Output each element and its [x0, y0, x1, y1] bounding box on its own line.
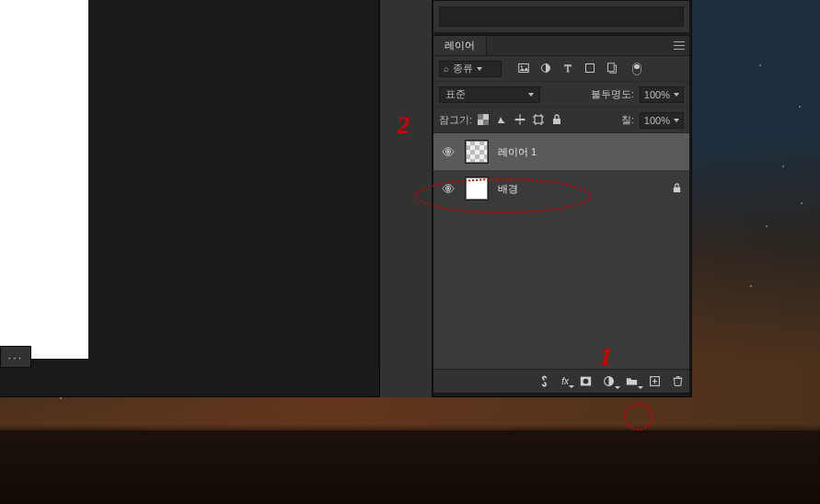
lock-position-icon[interactable]: [514, 114, 525, 127]
lock-fill-row: 잠그기: 칠: 100%: [433, 108, 689, 133]
tab-layers[interactable]: 레이어: [433, 36, 487, 55]
svg-point-11: [447, 188, 450, 190]
layer-thumbnail[interactable]: [465, 177, 489, 200]
annotation-number-2: 2: [397, 110, 410, 140]
layer-name-label[interactable]: 레이어 1: [498, 145, 537, 159]
layers-panel-footer: fx: [433, 369, 689, 393]
more-icon: ···: [8, 350, 24, 364]
lock-transparency-icon[interactable]: [478, 114, 489, 127]
fill-input[interactable]: 100%: [640, 112, 684, 129]
smartobject-filter-icon[interactable]: [606, 63, 618, 75]
lock-all-icon[interactable]: [551, 114, 562, 127]
type-filter-icon[interactable]: [562, 63, 573, 75]
chevron-down-icon: [477, 67, 482, 71]
opacity-label: 불투명도:: [591, 87, 634, 101]
layer-style-icon[interactable]: fx: [561, 376, 569, 386]
canvas-area[interactable]: [0, 0, 379, 368]
lock-icon-strip: [478, 114, 562, 127]
annotation-number-1: 1: [599, 342, 612, 372]
visibility-toggle[interactable]: [441, 144, 456, 159]
panel-collapsed-top[interactable]: [433, 0, 690, 33]
new-layer-icon[interactable]: [649, 375, 661, 387]
svg-rect-3: [586, 63, 595, 72]
svg-point-14: [583, 379, 589, 384]
more-options-dock[interactable]: ···: [0, 346, 31, 368]
lock-label: 잠그기:: [439, 113, 472, 127]
opacity-input[interactable]: 100%: [640, 86, 684, 103]
lock-image-icon[interactable]: [496, 114, 507, 127]
layer-filter-row: ⌕ 종류: [433, 56, 689, 82]
adjustment-filter-icon[interactable]: [540, 63, 551, 75]
opacity-value: 100%: [644, 89, 670, 100]
delete-layer-icon[interactable]: [672, 375, 684, 387]
panel-tab-bar: 레이어: [433, 36, 689, 56]
svg-point-10: [447, 151, 450, 154]
svg-rect-6: [478, 114, 483, 120]
blend-opacity-row: 표준 불투명도: 100%: [433, 82, 689, 108]
link-layers-icon[interactable]: [538, 375, 550, 387]
chevron-down-icon: [674, 93, 679, 97]
search-icon: ⌕: [444, 63, 449, 74]
lock-icon: [672, 183, 682, 195]
fill-label: 칠:: [621, 113, 634, 127]
new-group-icon[interactable]: [626, 375, 638, 387]
menu-icon: [674, 45, 685, 46]
layer-thumbnail[interactable]: [465, 140, 489, 164]
eye-icon: [442, 182, 455, 195]
chevron-down-icon: [674, 119, 679, 122]
image-filter-icon[interactable]: [518, 63, 529, 75]
chevron-down-icon: [528, 93, 534, 97]
layer-item[interactable]: 레이어 1: [433, 133, 689, 170]
layers-panel: 레이어 ⌕ 종류 표준: [433, 35, 690, 394]
add-mask-icon[interactable]: [580, 375, 592, 387]
fill-value: 100%: [644, 115, 670, 126]
eye-icon: [442, 145, 455, 158]
svg-rect-8: [535, 116, 542, 123]
svg-rect-9: [553, 119, 560, 124]
lock-artboard-icon[interactable]: [533, 114, 544, 127]
panel-menu-button[interactable]: [669, 36, 689, 55]
photoshop-window: 레이어 ⌕ 종류 표준: [0, 0, 692, 397]
svg-point-1: [521, 65, 523, 67]
svg-rect-12: [674, 187, 680, 192]
blend-mode-select[interactable]: 표준: [439, 86, 540, 103]
svg-rect-7: [483, 120, 489, 125]
layer-list: 레이어 1 배경: [433, 133, 689, 369]
filter-icon-strip: [518, 63, 641, 75]
layer-name-label[interactable]: 배경: [498, 182, 518, 196]
document-canvas[interactable]: [0, 0, 88, 359]
svg-rect-0: [519, 63, 529, 72]
filter-toggle[interactable]: [632, 63, 641, 75]
svg-rect-4: [608, 63, 615, 71]
filter-kind-select[interactable]: ⌕ 종류: [439, 61, 502, 77]
layer-item[interactable]: 배경: [433, 170, 689, 207]
layer-list-empty[interactable]: [433, 207, 689, 369]
shape-filter-icon[interactable]: [584, 63, 595, 75]
status-bar: [0, 368, 379, 392]
new-adjustment-icon[interactable]: [603, 375, 615, 387]
visibility-toggle[interactable]: [441, 181, 456, 196]
filter-kind-label: 종류: [453, 62, 473, 75]
tab-layers-label: 레이어: [445, 40, 475, 51]
panel-gutter: [379, 0, 433, 397]
blend-mode-label: 표준: [445, 87, 466, 101]
